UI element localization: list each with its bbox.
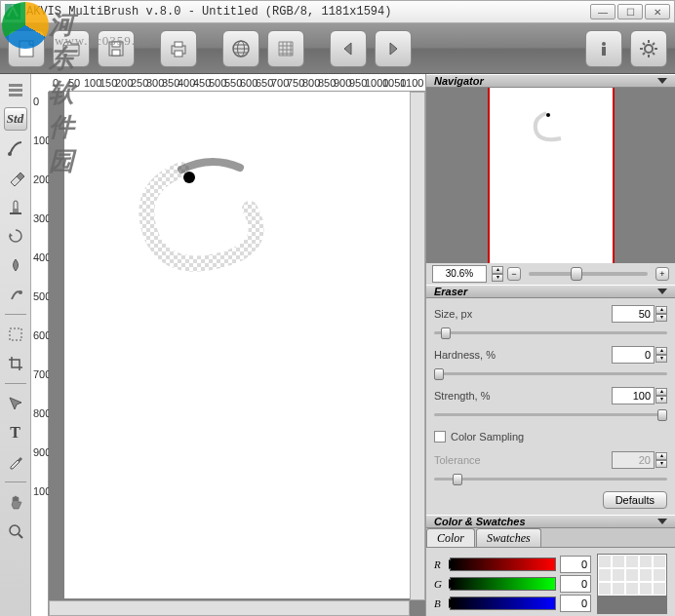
g-input[interactable]: 0: [560, 575, 591, 593]
close-button[interactable]: ✕: [645, 4, 670, 19]
vertical-scrollbar[interactable]: [410, 92, 425, 600]
zoom-slider[interactable]: [529, 272, 648, 276]
zoom-tool[interactable]: [4, 520, 27, 543]
r-label: R: [434, 558, 446, 570]
color-panel-body: R0 G0 B0: [426, 548, 675, 616]
tool-dock: Std T: [0, 74, 31, 616]
navigator-preview[interactable]: [426, 88, 675, 263]
svg-point-21: [10, 525, 20, 535]
r-slider[interactable]: [450, 558, 556, 571]
eraser-tool[interactable]: [4, 166, 27, 189]
size-slider[interactable]: [434, 327, 667, 339]
svg-rect-6: [175, 42, 182, 47]
svg-point-27: [546, 113, 550, 117]
blur-tool[interactable]: [4, 253, 27, 277]
size-up[interactable]: ▴: [655, 306, 667, 314]
g-slider[interactable]: [450, 577, 556, 591]
tolerance-label: Tolerance: [434, 454, 612, 466]
svg-rect-15: [9, 94, 22, 96]
g-label: G: [434, 578, 446, 590]
zoom-up[interactable]: ▴: [492, 266, 503, 274]
b-input[interactable]: 0: [560, 595, 591, 612]
swatch-grid[interactable]: [597, 554, 667, 614]
collapse-icon[interactable]: [657, 289, 667, 294]
svg-rect-20: [10, 328, 21, 340]
hardness-label: Hardness, %: [434, 349, 612, 361]
strength-slider[interactable]: [434, 409, 667, 421]
zoom-down[interactable]: ▾: [492, 274, 503, 282]
separator: [5, 383, 26, 384]
svg-rect-4: [112, 50, 120, 56]
color-tabs: Color Swatches: [426, 528, 675, 548]
collapse-icon[interactable]: [657, 78, 667, 84]
svg-point-16: [8, 152, 12, 156]
open-button[interactable]: [53, 30, 90, 67]
minimize-button[interactable]: —: [590, 4, 615, 19]
back-button[interactable]: [330, 30, 367, 67]
canvas-area[interactable]: [49, 92, 425, 616]
brush-tool[interactable]: [4, 136, 27, 160]
move-tool[interactable]: [4, 392, 27, 415]
tab-color[interactable]: Color: [426, 528, 475, 547]
hardness-input[interactable]: 0: [612, 346, 655, 364]
colorswatches-title: Color & Swatches: [434, 516, 526, 527]
grid-button[interactable]: [267, 30, 304, 67]
zoom-in-button[interactable]: +: [655, 267, 669, 281]
tab-swatches[interactable]: Swatches: [476, 528, 541, 547]
forward-button[interactable]: [375, 30, 412, 67]
colorswatches-panel-header[interactable]: Color & Swatches: [426, 515, 675, 528]
navigator-panel-header[interactable]: Navigator: [426, 74, 675, 88]
collapse-icon[interactable]: [657, 519, 667, 524]
eraser-panel-header[interactable]: Eraser: [426, 285, 675, 298]
app-icon: [5, 4, 20, 19]
b-slider[interactable]: [450, 597, 556, 610]
history-brush-tool[interactable]: [4, 224, 27, 248]
size-down[interactable]: ▾: [655, 314, 667, 322]
size-input[interactable]: 50: [612, 305, 655, 323]
workspace: 0501001502002503003504004505005506006507…: [31, 74, 425, 616]
tolerance-input: 20: [612, 451, 655, 469]
crop-tool[interactable]: [4, 352, 27, 375]
eyedropper-tool[interactable]: [4, 450, 27, 474]
save-button[interactable]: [98, 30, 135, 67]
settings-button[interactable]: [630, 30, 667, 67]
maximize-button[interactable]: ☐: [617, 4, 643, 19]
smudge-tool[interactable]: [4, 283, 27, 306]
share-button[interactable]: [222, 30, 259, 67]
strength-input[interactable]: 100: [612, 387, 655, 404]
strength-up[interactable]: ▴: [655, 388, 667, 396]
zoom-out-button[interactable]: −: [507, 267, 521, 281]
svg-point-26: [183, 172, 195, 183]
r-input[interactable]: 0: [560, 556, 591, 573]
navigator-stroke: [527, 105, 576, 144]
separator: [5, 314, 26, 315]
hand-tool[interactable]: [4, 490, 27, 514]
canvas[interactable]: [64, 92, 416, 598]
presets-button[interactable]: [4, 78, 27, 101]
svg-point-19: [19, 290, 22, 294]
hardness-up[interactable]: ▴: [655, 347, 667, 355]
eraser-panel-body: Size, px50▴▾ Hardness, %0▴▾ Strength, %1…: [426, 298, 675, 515]
text-tool[interactable]: T: [4, 421, 27, 444]
titlebar: AKVIS MultiBrush v.8.0 - Untitled (RGB/8…: [0, 0, 675, 23]
vertical-ruler: 01002003004005006007008009001000: [31, 92, 49, 616]
separator: [5, 481, 26, 482]
info-button[interactable]: [585, 30, 622, 67]
marquee-tool[interactable]: [4, 323, 27, 346]
horizontal-scrollbar[interactable]: [49, 600, 410, 616]
stamp-tool[interactable]: [4, 195, 27, 218]
new-button[interactable]: [8, 30, 45, 67]
strength-down[interactable]: ▾: [655, 396, 667, 404]
svg-rect-7: [175, 51, 182, 57]
std-brush-button[interactable]: Std: [4, 107, 27, 131]
colorsampling-label: Color Sampling: [451, 431, 667, 443]
hardness-down[interactable]: ▾: [655, 355, 667, 363]
svg-rect-11: [602, 47, 606, 56]
colorsampling-checkbox[interactable]: [434, 431, 446, 443]
print-button[interactable]: [160, 30, 197, 67]
svg-point-10: [602, 42, 606, 46]
defaults-button[interactable]: Defaults: [603, 491, 667, 509]
tolerance-slider: [434, 474, 667, 485]
hardness-slider[interactable]: [434, 368, 667, 380]
zoom-value[interactable]: 30.6%: [432, 265, 487, 283]
